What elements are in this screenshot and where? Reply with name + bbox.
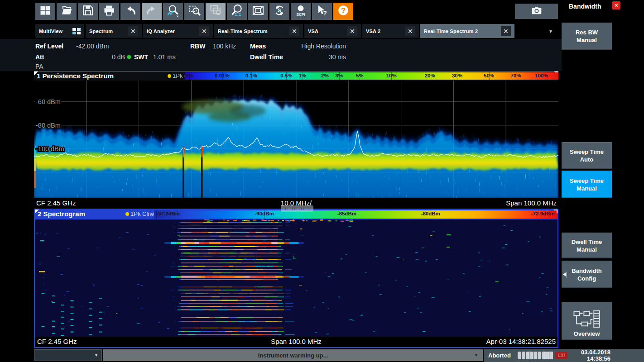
pa-indicator: PA	[35, 63, 43, 70]
svg-text:?: ?	[341, 6, 346, 14]
softkey-bandwidth-config[interactable]: Bandwidth Config	[562, 261, 612, 288]
tab-label: Spectrum	[89, 29, 125, 34]
submenu-left-icon	[563, 272, 567, 277]
sidebar-close-button[interactable]: ✕	[612, 1, 620, 10]
softkey-label: Res BW Manual	[576, 29, 598, 44]
tab-overflow-dropdown[interactable]: ▼	[545, 27, 557, 35]
att-label: Att	[35, 53, 44, 61]
tab-vsa-2[interactable]: VSA 2✕	[362, 24, 419, 38]
scale-label: 70%	[510, 73, 521, 78]
persistence-density-scale: 0%0.01%0.1%0.5%1%2%3%5%10%20%30%50%70%10…	[185, 72, 558, 80]
zoom-trace-button[interactable]	[163, 3, 183, 20]
status-message[interactable]: Instrument warming up... ▼	[103, 349, 483, 361]
scale-label: -90dBm	[255, 211, 274, 216]
att-value[interactable]: 0 dB	[72, 53, 125, 61]
window-splitter-handle[interactable]	[281, 205, 313, 212]
close-icon[interactable]: ✕	[501, 26, 511, 36]
progress-segment	[549, 352, 553, 359]
message-history-dropdown[interactable]: ▼	[34, 349, 102, 361]
tab-label: Real-Time Spectrum 2	[424, 29, 498, 34]
tab-vsa[interactable]: VSA✕	[304, 24, 361, 38]
save-button[interactable]	[78, 3, 98, 20]
scale-label: 20%	[425, 73, 435, 78]
persistence-spectrum-window[interactable]: 1 Persistence Spectrum 1Pk Clrw 0%0.01%0…	[34, 71, 558, 208]
softkey-dwell-time-manual[interactable]: Dwell Time Manual	[562, 233, 612, 258]
zoom-1to1-icon: 1:1	[231, 4, 243, 19]
zoom-selection-icon	[188, 4, 201, 19]
close-icon[interactable]: ✕	[405, 26, 415, 36]
open-file-button[interactable]	[57, 3, 77, 20]
softkey-label: Sweep Time Manual	[570, 177, 604, 192]
scale-label: 2%	[321, 73, 329, 78]
display-frame-button[interactable]	[248, 3, 268, 20]
meas-value[interactable]: High Resolution	[250, 43, 346, 50]
svg-text:S: S	[278, 8, 281, 13]
dwell-time-value[interactable]: 30 ms	[250, 53, 346, 61]
windows-start-button[interactable]	[35, 3, 55, 20]
spectrogram-footer: CF 2.45 GHz Span 100.0 MHz Apr-03 14:38:…	[35, 337, 557, 347]
tab-spectrum[interactable]: Spectrum✕	[86, 24, 142, 38]
undo-button[interactable]	[120, 3, 140, 20]
date-time-display[interactable]: 03.04.2018 14:38:56	[569, 349, 610, 362]
span-label[interactable]: Span 100.0 MHz	[506, 199, 557, 207]
time-label: 14:38:56	[569, 356, 610, 362]
save-icon	[82, 4, 94, 19]
softkey-sweep-time-manual[interactable]: Sweep Time Manual	[562, 171, 612, 198]
scale-label: -85dBm	[337, 211, 356, 216]
print-button[interactable]	[99, 3, 119, 20]
trace-indicator[interactable]: 1Pk Clrw	[125, 210, 154, 217]
trace-label: 1Pk Clrw	[130, 210, 154, 217]
scpi-recorder-button[interactable]: SCPI	[291, 3, 311, 20]
persistence-chart[interactable]: -60 dBm-80 dBm-100 dBm	[34, 81, 558, 198]
window-overlay-icon	[209, 4, 222, 19]
close-icon[interactable]: ✕	[128, 26, 138, 36]
status-bar: ▼ Instrument warming up... ▼ Aborted LXI…	[0, 348, 644, 362]
swt-label: SWT	[134, 53, 148, 61]
screenshot-button[interactable]	[515, 4, 558, 19]
close-icon[interactable]: ✕	[289, 26, 299, 36]
scpi-recorder-icon: SCPI	[294, 4, 307, 19]
window2-title: 2 Spectrogram	[38, 210, 85, 218]
spectrogram-window[interactable]: 2 Spectrogram 1Pk Clrw -97.2dBm-90dBm-85…	[34, 209, 558, 348]
span-label[interactable]: Span 100.0 MHz	[35, 338, 557, 345]
context-help-button[interactable]: ?	[312, 3, 332, 20]
swt-value[interactable]: 1.01 ms	[153, 53, 176, 61]
tab-label: Real-Time Spectrum	[218, 29, 287, 34]
redo-button	[142, 3, 162, 20]
tab-real-time-spectrum-2[interactable]: Real-Time Spectrum 2✕	[420, 24, 514, 38]
scale-label: 50%	[484, 73, 494, 78]
sync-sweep-button[interactable]: S	[269, 3, 289, 20]
scale-label: 3%	[335, 73, 343, 78]
spectrum-analyzer-screen: 1:1SSCPI?? ▼ MultiView Spectrum✕IQ Analy…	[0, 0, 644, 362]
svg-text:-100 dBm: -100 dBm	[36, 145, 64, 152]
zoom-1to1-button[interactable]: 1:1	[227, 3, 247, 20]
trace-dot-icon	[125, 212, 129, 216]
tab-multiview[interactable]: MultiView	[35, 24, 84, 38]
spectrogram-chart[interactable]	[35, 219, 557, 337]
softkey-label: Sweep Time Auto	[570, 148, 604, 163]
scale-label: 5%	[356, 73, 364, 78]
sync-sweep-icon: S	[273, 4, 286, 19]
softkey-res-bw-manual[interactable]: Res BW Manual	[562, 23, 612, 50]
tab-iq-analyzer[interactable]: IQ Analyzer✕	[143, 24, 213, 38]
close-icon[interactable]: ✕	[347, 26, 357, 36]
tab-label: VSA 2	[366, 29, 403, 34]
rbw-value[interactable]: 100 kHz	[213, 43, 236, 50]
help-button[interactable]: ?	[333, 3, 353, 20]
ref-level-value[interactable]: -42.00 dBm	[76, 43, 109, 50]
sweep-status-label: Aborted	[488, 352, 511, 359]
trace-dot-icon	[168, 74, 171, 78]
persistence-window-header[interactable]: 1 Persistence Spectrum 1Pk Clrw 0%0.01%0…	[34, 71, 558, 81]
status-message-text: Instrument warming up...	[258, 352, 328, 359]
redo-icon	[145, 4, 158, 19]
timestamp-label: Apr-03 14:38:21.82525	[486, 338, 556, 345]
zoom-selection-button[interactable]	[184, 3, 204, 20]
progress-segment	[526, 352, 529, 359]
softkey-sweep-time-auto[interactable]: Sweep Time Auto	[562, 142, 612, 169]
close-icon[interactable]: ✕	[199, 26, 209, 36]
display-frame-icon	[252, 4, 264, 19]
softkey-overview[interactable]: Overview	[562, 302, 612, 340]
tab-real-time-spectrum[interactable]: Real-Time Spectrum✕	[214, 24, 303, 38]
undo-icon	[124, 4, 137, 19]
swt-status-led	[127, 55, 131, 59]
